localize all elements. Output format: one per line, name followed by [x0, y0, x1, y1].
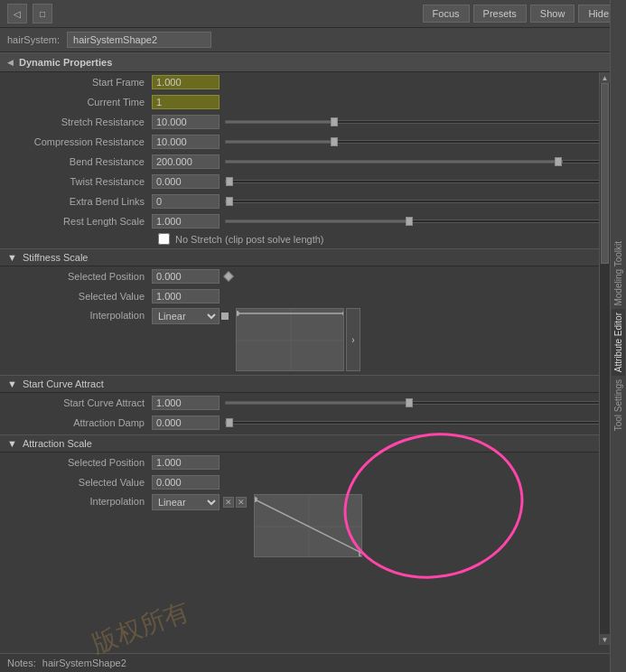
start-curve-attract-row: Start Curve Attract	[0, 393, 613, 413]
attraction-scale-interpolation-select[interactable]: Linear Smooth Spline Step	[152, 494, 220, 510]
graph-expand-btn[interactable]: ›	[346, 308, 360, 371]
attraction-scale-interp-graph-row: Interpolation Linear Smooth Spline Step …	[0, 492, 613, 559]
stretch-resistance-input[interactable]	[152, 115, 220, 129]
rest-length-scale-row: Rest Length Scale	[0, 211, 613, 231]
no-stretch-label: No Stretch (clip post solve length)	[175, 234, 323, 245]
hair-system-row: hairSystem:	[0, 28, 626, 52]
bend-resistance-slider[interactable]	[220, 160, 606, 163]
start-curve-attract-slider[interactable]	[220, 401, 606, 405]
collapse-arrow-stiffness: ▼	[7, 252, 17, 263]
twist-resistance-slider[interactable]	[220, 180, 606, 183]
start-curve-attract-input[interactable]	[152, 396, 220, 410]
attraction-scale-title: Attraction Scale	[23, 438, 92, 449]
stiffness-scale-header[interactable]: ▼ Stiffness Scale	[0, 248, 613, 266]
attraction-damp-row: Attraction Damp	[0, 413, 613, 433]
attraction-scale-header[interactable]: ▼ Attraction Scale	[0, 434, 613, 453]
hair-system-input[interactable]	[67, 32, 211, 48]
graph-icon-btn1[interactable]: ✕	[223, 497, 234, 508]
rest-length-scale-input[interactable]	[152, 214, 220, 229]
no-stretch-checkbox[interactable]	[158, 233, 170, 245]
compression-resistance-row: Compression Resistance	[0, 132, 613, 152]
start-frame-input[interactable]	[152, 75, 220, 89]
scroll-down-arrow[interactable]: ▼	[600, 634, 610, 645]
rest-length-scale-slider[interactable]	[220, 219, 606, 223]
collapse-arrow-attract: ▼	[7, 378, 17, 389]
attraction-scale-selected-value-label: Selected Value	[7, 477, 152, 488]
current-time-row: Current Time	[0, 92, 613, 112]
start-curve-attract-title: Start Curve Attract	[23, 378, 104, 389]
start-curve-attract-label: Start Curve Attract	[7, 397, 152, 408]
dynamic-properties-header[interactable]: ◀ Dynamic Properties	[0, 52, 613, 72]
current-time-input[interactable]	[152, 95, 220, 109]
notes-label: Notes:	[7, 658, 36, 668]
graph-icon-btn2[interactable]: ✕	[236, 497, 247, 508]
attraction-scale-selected-position-label: Selected Position	[7, 457, 152, 468]
tool-settings-tab[interactable]: Tool Settings	[612, 376, 625, 434]
attraction-damp-label: Attraction Damp	[7, 417, 152, 428]
start-frame-row: Start Frame	[0, 72, 613, 92]
compression-resistance-slider[interactable]	[220, 140, 606, 144]
stiffness-graph[interactable]	[236, 308, 344, 371]
svg-rect-0	[237, 309, 344, 371]
scroll-up-arrow[interactable]: ▲	[600, 72, 610, 83]
notes-value: hairSystemShape2	[42, 658, 126, 668]
stiffness-scale-title: Stiffness Scale	[23, 252, 89, 263]
attraction-scale-selected-position-input[interactable]	[152, 455, 220, 470]
collapse-arrow-attraction-scale: ▼	[7, 438, 17, 449]
extra-bend-links-label: Extra Bend Links	[7, 196, 152, 207]
rest-length-scale-label: Rest Length Scale	[7, 216, 152, 227]
stiffness-selected-position-row: Selected Position	[0, 266, 613, 286]
twist-resistance-row: Twist Resistance	[0, 172, 613, 191]
attraction-scale-selected-position-row: Selected Position	[0, 453, 613, 472]
top-bar: ◁ □ Focus Presets Show Hide	[0, 0, 626, 28]
twist-resistance-label: Twist Resistance	[7, 176, 152, 187]
attraction-damp-input[interactable]	[152, 415, 220, 430]
right-tab-bar: Modeling Toolkit Attribute Editor Tool S…	[610, 0, 626, 672]
notes-bar: Notes: hairSystemShape2	[0, 653, 626, 672]
scrollbar: ▲ ▼	[599, 72, 610, 645]
twist-resistance-input[interactable]	[152, 174, 220, 189]
compression-resistance-input[interactable]	[152, 135, 220, 149]
attraction-scale-interpolation-label: Interpolation	[7, 494, 152, 557]
stiffness-selected-position-label: Selected Position	[7, 271, 152, 282]
attribute-editor-tab[interactable]: Attribute Editor	[612, 309, 625, 376]
extra-bend-links-row: Extra Bend Links	[0, 191, 613, 211]
bend-resistance-label: Bend Resistance	[7, 156, 152, 167]
presets-button[interactable]: Presets	[473, 5, 527, 23]
scrollbar-thumb[interactable]	[601, 83, 609, 264]
stiffness-selected-value-label: Selected Value	[7, 291, 152, 302]
stretch-resistance-row: Stretch Resistance	[0, 112, 613, 132]
attraction-scale-selected-value-row: Selected Value	[0, 472, 613, 492]
content-area: ◀ Dynamic Properties Start Frame Current…	[0, 52, 626, 672]
top-bar-right: Focus Presets Show Hide	[423, 5, 619, 23]
stiffness-selected-position-input[interactable]	[152, 269, 220, 284]
show-button[interactable]: Show	[530, 5, 575, 23]
attraction-scale-selected-value-input[interactable]	[152, 475, 220, 490]
focus-button[interactable]: Focus	[423, 5, 470, 23]
stiffness-interpolation-select[interactable]: Linear Smooth Spline Step	[152, 308, 220, 324]
hair-system-label: hairSystem:	[7, 34, 60, 45]
modeling-toolkit-tab[interactable]: Modeling Toolkit	[612, 238, 625, 310]
extra-bend-links-input[interactable]	[152, 194, 220, 209]
stiffness-selected-value-input[interactable]	[152, 289, 220, 303]
icon-btn-left[interactable]: ◁	[7, 4, 27, 23]
extra-bend-links-slider[interactable]	[220, 200, 606, 203]
attraction-scale-graph[interactable]	[254, 494, 362, 557]
no-stretch-row: No Stretch (clip post solve length)	[0, 231, 613, 247]
stiffness-interpolation-label: Interpolation	[7, 308, 152, 371]
icon-btn-square[interactable]: □	[33, 4, 52, 23]
current-time-label: Current Time	[7, 97, 152, 107]
bend-resistance-input[interactable]	[152, 154, 220, 169]
stretch-resistance-label: Stretch Resistance	[7, 117, 152, 127]
compression-resistance-label: Compression Resistance	[7, 136, 152, 147]
main-panel: ◁ □ Focus Presets Show Hide hairSystem: …	[0, 0, 626, 672]
dynamic-properties-title: Dynamic Properties	[19, 57, 112, 68]
collapse-arrow-dynamic: ◀	[7, 58, 14, 67]
start-curve-attract-header[interactable]: ▼ Start Curve Attract	[0, 375, 613, 393]
attraction-damp-slider[interactable]	[220, 421, 606, 425]
stiffness-interp-graph-row: Interpolation Linear Smooth Spline Step	[0, 306, 613, 373]
stiffness-selected-value-row: Selected Value	[0, 286, 613, 306]
start-frame-label: Start Frame	[7, 77, 152, 88]
bend-resistance-row: Bend Resistance	[0, 152, 613, 172]
stretch-resistance-slider[interactable]	[220, 120, 606, 124]
